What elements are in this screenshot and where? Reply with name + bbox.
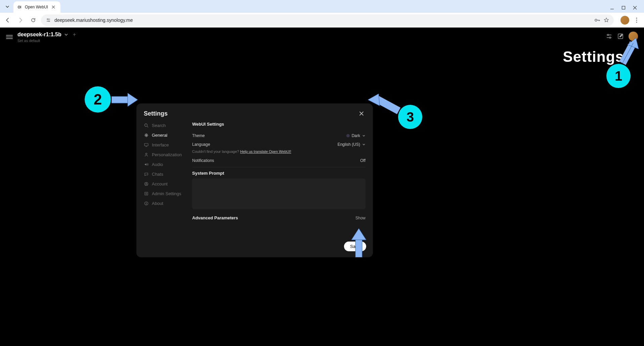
svg-point-2 [49, 20, 50, 21]
divider [192, 167, 366, 167]
translate-link[interactable]: Help us translate Open WebUI! [240, 149, 291, 154]
nav-item-audio[interactable]: Audio [144, 161, 185, 168]
svg-point-7 [607, 34, 609, 36]
svg-point-6 [636, 21, 637, 23]
svg-rect-18 [112, 96, 128, 103]
modal-footer: Save [136, 237, 373, 257]
tab-search-button[interactable] [3, 2, 12, 11]
controls-icon[interactable] [606, 33, 612, 40]
tab-close-icon[interactable] [51, 4, 56, 10]
password-key-icon[interactable] [594, 17, 600, 23]
maximize-icon[interactable] [621, 5, 626, 10]
nav-item-admin[interactable]: Admin Settings [144, 190, 185, 197]
nav-item-personalization[interactable]: Personalization [144, 152, 185, 158]
setting-language: Language English (US) [192, 140, 366, 149]
advanced-row: Advanced Parameters Show [192, 215, 366, 220]
advanced-label: Advanced Parameters [192, 215, 238, 220]
notifications-toggle[interactable]: Off [360, 158, 366, 163]
nav-item-chats[interactable]: Chats [144, 171, 185, 177]
svg-rect-0 [622, 6, 625, 9]
language-hint-text: Couldn't find your language? [192, 149, 240, 154]
bookmark-star-icon[interactable] [604, 17, 609, 23]
nav-label: Interface [152, 142, 169, 147]
speaker-icon [144, 162, 149, 167]
notifications-value: Off [360, 158, 366, 163]
theme-swatch-icon [346, 134, 350, 137]
setting-notifications: Notifications Off [192, 156, 366, 165]
settings-content: WebUI Settings Theme Dark Language Engli… [185, 121, 373, 237]
nav-item-about[interactable]: About [144, 200, 185, 207]
annotation-arrow-3 [367, 92, 400, 116]
language-hint: Couldn't find your language? Help us tra… [192, 149, 366, 154]
modal-body: Search General Interface Personalization… [136, 121, 373, 237]
model-name[interactable]: deepseek-r1:1.5b [17, 32, 61, 38]
browser-tab[interactable]: OI Open WebUI [13, 1, 60, 13]
nav-item-search[interactable]: Search [144, 122, 185, 129]
system-prompt-input[interactable] [192, 178, 366, 209]
language-selector[interactable]: English (US) [338, 142, 366, 147]
minimize-icon[interactable] [610, 5, 614, 10]
theme-selector[interactable]: Dark [346, 133, 366, 138]
chrome-profile-avatar[interactable] [620, 16, 629, 25]
setting-theme: Theme Dark [192, 131, 366, 140]
app-header: deepseek-r1:1.5b + Set as default [0, 28, 644, 47]
svg-point-5 [636, 19, 637, 20]
nav-label: General [152, 133, 167, 138]
chevron-down-icon [362, 143, 366, 146]
window-close-icon[interactable] [633, 5, 637, 10]
system-prompt-label: System Prompt [192, 171, 366, 176]
nav-item-account[interactable]: Account [144, 181, 185, 187]
nav-label: Personalization [152, 152, 182, 157]
svg-rect-19 [355, 239, 362, 257]
nav-item-general[interactable]: General [144, 132, 185, 138]
reload-button[interactable] [28, 15, 38, 25]
nav-item-interface[interactable]: Interface [144, 142, 185, 148]
chevron-down-icon[interactable] [64, 33, 68, 37]
nav-label: About [152, 201, 163, 206]
modal-title: Settings [144, 110, 168, 117]
app-root: deepseek-r1:1.5b + Set as default Settin… [0, 28, 644, 346]
chat-icon [144, 172, 149, 177]
person-icon [144, 152, 149, 157]
annotation-arrow-save [349, 227, 369, 257]
svg-rect-12 [144, 143, 148, 146]
annotation-arrow-2 [112, 92, 138, 107]
chevron-down-icon [362, 134, 366, 137]
monitor-icon [144, 142, 149, 147]
annotation-settings-label: Settings [563, 48, 624, 65]
window-controls [610, 5, 641, 13]
close-icon[interactable] [357, 110, 366, 118]
url-bar[interactable]: deepseek.mariushosting.synology.me [41, 14, 614, 26]
info-icon [144, 201, 149, 206]
svg-point-11 [146, 135, 147, 136]
site-tune-icon[interactable] [46, 17, 51, 23]
browser-tab-strip: OI Open WebUI [0, 0, 644, 13]
settings-nav: Search General Interface Personalization… [144, 121, 185, 237]
tab-title: Open WebUI [25, 5, 48, 9]
svg-point-4 [636, 17, 637, 18]
advanced-show-toggle[interactable]: Show [355, 216, 366, 220]
nav-label: Account [152, 181, 168, 186]
svg-point-15 [146, 183, 147, 184]
section-title: WebUI Settings [192, 122, 366, 127]
tab-favicon-icon: OI [17, 4, 22, 10]
notifications-label: Notifications [192, 158, 214, 163]
nav-label: Audio [152, 162, 163, 167]
search-icon [144, 123, 149, 128]
set-default-link[interactable]: Set as default [17, 39, 76, 43]
add-model-icon[interactable]: + [73, 32, 76, 38]
browser-toolbar: deepseek.mariushosting.synology.me [0, 13, 644, 28]
annotation-badge-1: 1 [606, 64, 631, 88]
forward-button[interactable] [15, 15, 26, 25]
gear-icon [144, 133, 149, 138]
modal-header: Settings [136, 103, 373, 121]
back-button[interactable] [3, 15, 13, 25]
svg-point-8 [609, 37, 611, 38]
sidebar-toggle-icon[interactable] [6, 34, 13, 40]
annotation-arrow-1 [616, 36, 639, 67]
language-value: English (US) [338, 142, 360, 147]
nav-label: Chats [152, 172, 163, 177]
chrome-menu-icon[interactable] [632, 17, 641, 23]
model-selector: deepseek-r1:1.5b + Set as default [17, 32, 76, 43]
annotation-badge-2: 2 [85, 86, 111, 113]
